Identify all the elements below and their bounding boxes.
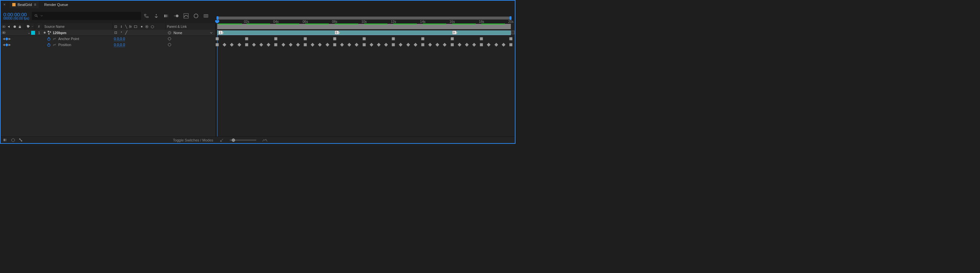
frame-blend-icon[interactable] [164, 13, 169, 19]
keyframe-linear[interactable] [487, 43, 491, 46]
keyframe-hold[interactable] [450, 37, 453, 40]
motion-blur-icon[interactable] [173, 13, 179, 19]
keyframe-linear[interactable] [237, 43, 241, 46]
frame-blend-footer-icon[interactable] [3, 138, 8, 142]
eye-icon[interactable] [2, 31, 6, 34]
keyframe-hold[interactable] [480, 43, 483, 46]
keyframe-linear[interactable] [252, 43, 256, 46]
search-input[interactable] [32, 12, 141, 20]
keyframe-linear[interactable] [406, 43, 410, 46]
close-tab-button[interactable]: × [2, 2, 7, 7]
property-value[interactable]: 0.0,0.0 [114, 43, 125, 47]
chevron-down-icon[interactable] [210, 31, 213, 34]
keyframe-hold[interactable] [274, 43, 277, 46]
keyframe-linear[interactable] [458, 43, 461, 46]
stopwatch-icon[interactable] [47, 43, 51, 47]
motion-blur-col-icon[interactable] [139, 25, 143, 29]
speaker-icon[interactable] [8, 25, 11, 29]
keyframe-hold[interactable] [333, 43, 336, 46]
keyframe-linear[interactable] [325, 43, 329, 46]
layer-marker[interactable]: 9 [452, 30, 456, 34]
keyframe-linear[interactable] [289, 43, 292, 46]
keyframe-hold[interactable] [245, 37, 248, 40]
keyframe-linear[interactable] [355, 43, 359, 46]
keyframe-linear[interactable] [443, 43, 447, 46]
keyframe-linear[interactable] [296, 43, 300, 46]
quality-icon[interactable]: ╱ [125, 30, 127, 35]
keyframe-linear[interactable] [369, 43, 373, 46]
property-value[interactable]: 0.0,0.0 [114, 37, 125, 41]
transform-icon[interactable] [114, 31, 118, 34]
prev-key-icon[interactable]: ◀ [3, 37, 5, 40]
fx-icon[interactable]: fx [129, 25, 132, 29]
pickwhip-icon[interactable] [167, 43, 172, 47]
draft-3d-icon[interactable] [193, 13, 199, 19]
layer-bar[interactable] [217, 30, 511, 35]
work-area-start-handle[interactable] [216, 16, 218, 20]
label-icon[interactable] [27, 24, 30, 29]
keyframe-hold[interactable] [304, 43, 307, 46]
graph-icon[interactable] [52, 37, 56, 41]
keyframe-linear[interactable] [377, 43, 380, 46]
twirl-down-icon[interactable]: ⌄ [27, 30, 30, 35]
keyframe-linear[interactable] [428, 43, 432, 46]
keyframe-hold[interactable] [450, 43, 453, 46]
solo-icon[interactable] [13, 25, 16, 28]
zoom-out-icon[interactable] [220, 138, 224, 142]
transform-icon[interactable] [114, 25, 118, 29]
keyframe-linear[interactable] [311, 43, 315, 46]
keyframe-hold[interactable] [333, 37, 336, 40]
keyframe-linear[interactable] [436, 43, 439, 46]
keyframe-linear[interactable] [282, 43, 285, 46]
keyframe-linear[interactable] [223, 43, 226, 46]
tab-render-queue[interactable]: Render Queue [41, 1, 70, 8]
property-row-anchor[interactable]: ◀ ▶ Anchor Point 0.0,0.0 [1, 36, 216, 42]
keyframe-hold[interactable] [480, 37, 483, 40]
prev-key-icon[interactable]: ◀ [3, 43, 5, 46]
keyframe-hold[interactable] [509, 43, 512, 46]
tab-beatgrid[interactable]: BeatGrid ≡ [10, 1, 39, 8]
stopwatch-icon[interactable] [47, 37, 51, 41]
keyframe-hold[interactable] [304, 37, 307, 40]
pasteboard-icon[interactable] [511, 30, 515, 34]
keyframe-linear[interactable] [267, 43, 270, 46]
pickwhip-icon[interactable] [167, 31, 172, 35]
current-time[interactable]: 0:00:00:00 00000 (60.00 fps) [3, 12, 29, 20]
adjustment-icon[interactable] [145, 25, 149, 29]
zoom-in-icon[interactable] [262, 139, 267, 142]
keyframe-hold[interactable] [363, 37, 366, 40]
keyframe-hold[interactable] [216, 43, 219, 46]
3d-icon[interactable] [151, 25, 154, 29]
composition-duration-bar[interactable] [217, 24, 511, 29]
composition-flowchart-icon[interactable] [144, 13, 149, 19]
keyframe-linear[interactable] [259, 43, 263, 46]
keyframe-hold[interactable] [392, 37, 395, 40]
zoom-knob[interactable] [232, 139, 235, 142]
keyframe-linear[interactable] [347, 43, 351, 46]
work-area-bar[interactable] [217, 17, 511, 19]
keyframe-linear[interactable] [399, 43, 402, 46]
keyframe-hold[interactable] [245, 43, 248, 46]
toggle-switches-button[interactable]: Toggle Switches / Modes [173, 138, 213, 142]
source-name-header[interactable]: Source Name [43, 23, 113, 30]
layer-row[interactable]: ⌄ 1 ★ 120bpm ╱ None [1, 30, 216, 36]
next-key-icon[interactable]: ▶ [9, 37, 11, 40]
index-column-header[interactable]: # [35, 23, 43, 30]
marker-handle-icon[interactable] [222, 31, 224, 34]
keyframe-hold[interactable] [392, 43, 395, 46]
shy-layers-icon[interactable] [154, 13, 159, 19]
keyframe-hold[interactable] [421, 43, 424, 46]
lock-icon[interactable] [18, 25, 22, 29]
zoom-slider[interactable] [230, 139, 256, 141]
keyframe-linear[interactable] [501, 43, 505, 46]
keyframe-linear[interactable] [472, 43, 476, 46]
layer-color-swatch[interactable] [31, 31, 35, 35]
marker-handle-icon[interactable] [456, 31, 458, 34]
layer-marker[interactable]: 1 [218, 30, 223, 34]
keyframe-hold[interactable] [421, 37, 424, 40]
keyframe-hold[interactable] [363, 43, 366, 46]
keyframe-linear[interactable] [230, 43, 234, 46]
graph-editor-icon[interactable] [183, 13, 189, 19]
next-key-icon[interactable]: ▶ [9, 43, 11, 46]
keyframe-hold[interactable] [509, 37, 512, 40]
